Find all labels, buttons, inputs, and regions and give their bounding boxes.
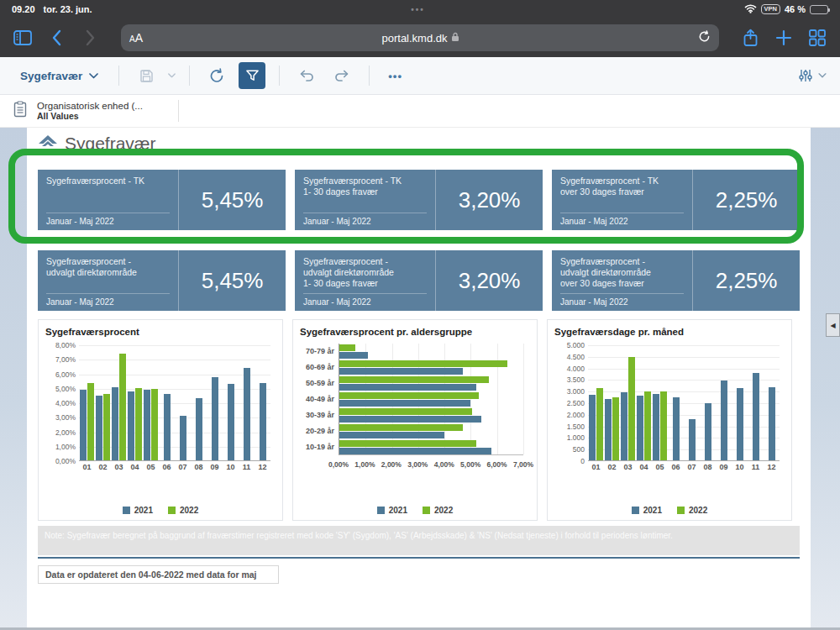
story-title-menu[interactable]: Sygefravær bbox=[13, 70, 105, 82]
tabs-overview-icon[interactable] bbox=[806, 27, 828, 49]
bar-2022-40-49 år[interactable] bbox=[339, 392, 479, 399]
bar-2021-02[interactable] bbox=[96, 396, 102, 460]
kpi-card-0-1[interactable]: Sygefraværsprocent - TK 1- 30 dages frav… bbox=[295, 170, 543, 230]
x-tick-label: 6,00% bbox=[487, 460, 507, 469]
bar-group-40-49 år bbox=[339, 391, 523, 407]
bar-2021-40-49 år[interactable] bbox=[339, 400, 470, 407]
kpi-card-1-0[interactable]: Sygefraværsprocent - udvalgt direktøromr… bbox=[38, 250, 286, 311]
display-options-button[interactable] bbox=[798, 68, 827, 83]
bar-2021-10[interactable] bbox=[737, 388, 743, 460]
bar-2021-12[interactable] bbox=[260, 383, 266, 460]
more-actions-button[interactable]: ••• bbox=[383, 70, 407, 82]
legend-item-2022[interactable]: 2022 bbox=[423, 506, 453, 515]
kpi-card-0-0[interactable]: Sygefraværsprocent - TKJanuar - Maj 2022… bbox=[38, 170, 286, 230]
legend-item-2022[interactable]: 2022 bbox=[168, 506, 198, 515]
legend-item-2021[interactable]: 2021 bbox=[123, 506, 153, 515]
bar-2021-04[interactable] bbox=[128, 391, 134, 460]
bar-2021-10[interactable] bbox=[228, 384, 234, 460]
bar-2021-60-69 år[interactable] bbox=[339, 368, 463, 375]
filter-button[interactable] bbox=[239, 62, 265, 89]
x-tick-label: 12 bbox=[255, 463, 270, 471]
bar-2022-03[interactable] bbox=[119, 354, 126, 460]
bar-2021-12[interactable] bbox=[769, 387, 775, 460]
bar-2022-30-39 år[interactable] bbox=[339, 408, 472, 415]
bar-2022-04[interactable] bbox=[644, 391, 651, 460]
bar-2021-70-79 år[interactable] bbox=[339, 352, 368, 359]
share-icon[interactable] bbox=[739, 27, 761, 49]
refresh-button[interactable] bbox=[203, 62, 230, 89]
kpi-card-1-2[interactable]: Sygefraværsprocent - udvalgt direktøromr… bbox=[552, 250, 800, 311]
bar-2021-08[interactable] bbox=[705, 403, 711, 461]
bar-2022-20-29 år[interactable] bbox=[339, 424, 463, 431]
bar-2021-01[interactable] bbox=[80, 390, 87, 460]
charts-row: Sygefraværsprocent0,00%1,00%2,00%3,00%4,… bbox=[38, 319, 800, 521]
bar-2022-01[interactable] bbox=[87, 383, 94, 460]
bar-2021-05[interactable] bbox=[653, 394, 659, 460]
org-unit-filter[interactable]: Organisatorisk enhed (... All Values bbox=[37, 101, 143, 121]
chevron-down-icon bbox=[89, 73, 98, 79]
bar-2021-50-59 år[interactable] bbox=[339, 384, 476, 391]
bar-2022-03[interactable] bbox=[628, 357, 635, 460]
kpi-card-title: Sygefraværsprocent - TK over 30 dages fr… bbox=[560, 176, 684, 197]
save-button[interactable] bbox=[133, 62, 160, 89]
kpi-card-0-2[interactable]: Sygefraværsprocent - TK over 30 dages fr… bbox=[552, 170, 800, 230]
footnote: Note: Sygefravær beregnet på baggrund af… bbox=[38, 526, 800, 555]
legend-item-2021[interactable]: 2021 bbox=[377, 506, 407, 515]
status-bar: 09.20 tor. 23. jun. ••• VPN 46 % bbox=[0, 0, 840, 18]
y-tick-label: 1.000 bbox=[554, 433, 585, 442]
bar-2021-05[interactable] bbox=[144, 390, 150, 460]
bar-2021-07[interactable] bbox=[180, 416, 186, 460]
x-axis-labels: 010203040506070809101112 bbox=[588, 463, 780, 471]
bar-2022-05[interactable] bbox=[151, 389, 158, 460]
bar-group-01 bbox=[588, 345, 604, 460]
bar-2021-11[interactable] bbox=[753, 373, 759, 460]
bar-2021-06[interactable] bbox=[164, 394, 171, 460]
bar-2021-20-29 år[interactable] bbox=[339, 432, 444, 438]
save-chevron-icon[interactable] bbox=[168, 73, 176, 78]
bar-2022-50-59 år[interactable] bbox=[339, 376, 489, 383]
new-tab-icon[interactable] bbox=[773, 27, 795, 49]
bar-2022-60-69 år[interactable] bbox=[339, 360, 507, 367]
panel-collapse-arrow[interactable]: ◀ bbox=[826, 313, 840, 337]
kpi-card-subtitle: Januar - Maj 2022 bbox=[560, 213, 684, 226]
reload-icon[interactable] bbox=[698, 30, 711, 46]
bar-2022-10-19 år[interactable] bbox=[339, 440, 476, 447]
bar-group-60-69 år bbox=[339, 360, 523, 375]
undo-button[interactable] bbox=[293, 62, 320, 89]
bar-2022-02[interactable] bbox=[103, 394, 110, 460]
bar-2022-02[interactable] bbox=[612, 397, 619, 460]
bar-2022-04[interactable] bbox=[135, 388, 142, 460]
bar-2021-09[interactable] bbox=[721, 381, 727, 460]
bar-2022-01[interactable] bbox=[596, 388, 603, 460]
legend-item-2021[interactable]: 2021 bbox=[632, 506, 662, 515]
kpi-card-1-1[interactable]: Sygefraværsprocent - udvalgt direktøromr… bbox=[295, 250, 543, 311]
text-size-button[interactable]: AA bbox=[129, 30, 143, 45]
bar-group-10-19 år bbox=[339, 439, 523, 455]
bar-2021-08[interactable] bbox=[196, 398, 202, 460]
y-tick-label: 2,00% bbox=[45, 428, 76, 437]
address-bar[interactable]: AA portal.kmd.dk bbox=[121, 24, 719, 51]
date: tor. 23. jun. bbox=[44, 4, 92, 14]
bar-2021-02[interactable] bbox=[605, 399, 612, 460]
bar-2021-11[interactable] bbox=[244, 368, 250, 460]
bar-2021-07[interactable] bbox=[689, 419, 696, 460]
bars bbox=[79, 345, 270, 460]
bar-2021-30-39 år[interactable] bbox=[339, 416, 481, 423]
bar-2021-04[interactable] bbox=[637, 396, 643, 460]
legend-item-2022[interactable]: 2022 bbox=[677, 506, 707, 515]
bar-2021-03[interactable] bbox=[112, 387, 118, 460]
legend-label: 2021 bbox=[389, 506, 407, 515]
bar-2021-10-19 år[interactable] bbox=[339, 448, 491, 454]
bar-2021-03[interactable] bbox=[621, 392, 627, 461]
sidebar-toggle-icon[interactable] bbox=[12, 27, 34, 49]
back-button[interactable] bbox=[45, 27, 67, 49]
bar-2021-09[interactable] bbox=[212, 377, 218, 460]
redo-button[interactable] bbox=[328, 62, 355, 89]
forward-button[interactable] bbox=[79, 27, 101, 49]
y-tick-label: 40-49 år bbox=[300, 391, 339, 407]
bar-2022-05[interactable] bbox=[660, 391, 667, 460]
bar-2021-06[interactable] bbox=[673, 397, 680, 460]
bar-2022-70-79 år[interactable] bbox=[339, 344, 355, 351]
y-tick-label: 8,00% bbox=[45, 341, 76, 349]
bar-2021-01[interactable] bbox=[589, 395, 596, 460]
